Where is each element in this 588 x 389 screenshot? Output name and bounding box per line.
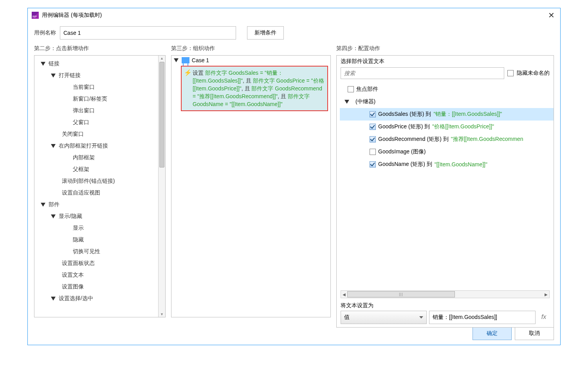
tree-close-window[interactable]: 关闭窗口 xyxy=(36,128,164,140)
focus-widget-row[interactable]: 焦点部件 xyxy=(340,83,554,95)
repeater-row[interactable]: (中继器) xyxy=(340,95,554,108)
widget-row[interactable]: GoodsPrice (矩形) 到"价格[[Item.GoodsPrice]]" xyxy=(340,121,554,133)
ok-button[interactable]: 确定 xyxy=(473,327,512,340)
tree-set-panel[interactable]: 设置面板状态 xyxy=(36,258,164,269)
case-icon xyxy=(182,57,189,63)
chevron-down-icon xyxy=(174,58,179,62)
set-text-label: 将文本设置为 xyxy=(337,301,554,311)
fx-button[interactable]: fx xyxy=(538,311,550,324)
widget-name: GoodsRecommend (矩形) 到 xyxy=(378,136,449,143)
case-row[interactable]: Case 1 xyxy=(171,56,330,65)
widget-row[interactable]: GoodsName (矩形) 到"[[Item.GoodsName]]" xyxy=(340,158,554,171)
widget-expr: "价格[[Item.GoodsPrice]]" xyxy=(432,123,494,130)
add-condition-button[interactable]: 新增条件 xyxy=(247,26,284,40)
case-name-input[interactable] xyxy=(60,26,236,40)
tree-hide[interactable]: 隐藏 xyxy=(36,234,164,246)
tree-toggle-vis[interactable]: 切换可见性 xyxy=(36,246,164,258)
tree-set-select[interactable]: 设置选择/选中 xyxy=(36,293,164,304)
chevron-down-icon xyxy=(51,74,56,77)
tree-show-hide[interactable]: 显示/隐藏 xyxy=(36,211,164,222)
widget-name: GoodsPrice (矩形) 到 xyxy=(378,123,430,130)
tree-links[interactable]: 链接 xyxy=(36,58,164,70)
tree-set-adaptive[interactable]: 设置自适应视图 xyxy=(36,187,164,199)
action-text: 部件文字 GoodsSales = "销量：[[Item.GoodsSales]… xyxy=(193,70,324,107)
tree-scroll-to[interactable]: 滚动到部件(锚点链接) xyxy=(36,175,164,187)
focus-widget-label: 焦点部件 xyxy=(356,86,378,93)
chevron-down-icon xyxy=(51,214,56,218)
action-prefix: 设置 xyxy=(193,70,205,76)
tree-parent-frame[interactable]: 父框架 xyxy=(36,164,164,175)
tree-open-link[interactable]: 打开链接 xyxy=(36,70,164,81)
widget-row[interactable]: GoodsSales (矩形) 到"销量：[[Item.GoodsSales]]… xyxy=(340,108,554,121)
config-title: 选择部件设置文本 xyxy=(337,56,554,67)
case-name-label: 用例名称 xyxy=(34,29,56,36)
tree-widgets[interactable]: 部件 xyxy=(36,199,164,211)
widget-row[interactable]: GoodsImage (图像) xyxy=(340,146,554,158)
tree-show[interactable]: 显示 xyxy=(36,222,164,234)
tree-popup-window[interactable]: 弹出窗口 xyxy=(36,105,164,117)
widget-expr: "[[Item.GoodsName]]" xyxy=(435,161,487,167)
hide-unnamed-checkbox[interactable] xyxy=(507,70,514,76)
chevron-down-icon xyxy=(51,144,56,148)
title-bar: 用例编辑器 (每项加载时) ✕ xyxy=(28,8,560,22)
window-title: 用例编辑器 (每项加载时) xyxy=(42,12,102,19)
step2-header: 第二步：点击新增动作 xyxy=(34,45,166,52)
widget-search-input[interactable] xyxy=(341,67,504,79)
tree-inner-frame[interactable]: 内部框架 xyxy=(36,152,164,164)
widget-expr: "推荐[[Item.GoodsRecommen xyxy=(451,136,523,143)
cancel-button[interactable]: 取消 xyxy=(515,327,554,340)
step3-header: 第三步：组织动作 xyxy=(171,45,331,52)
lightning-icon: ⚡ xyxy=(184,69,192,77)
widget-expr: "销量：[[Item.GoodsSales]]" xyxy=(433,111,502,118)
case-label: Case 1 xyxy=(192,57,209,63)
tree-open-in-frame[interactable]: 在内部框架打开链接 xyxy=(36,140,164,152)
case-editor-dialog: 用例编辑器 (每项加载时) ✕ 用例名称 新增条件 第二步：点击新增动作 链接 … xyxy=(27,8,561,345)
widget-checkbox[interactable] xyxy=(370,111,376,117)
widget-hscroll[interactable]: ◀▶ xyxy=(341,290,550,298)
widget-checkbox[interactable] xyxy=(370,149,376,155)
chevron-down-icon xyxy=(41,62,45,66)
widget-row[interactable]: GoodsRecommend (矩形) 到"推荐[[Item.GoodsReco… xyxy=(340,133,554,146)
action-block[interactable]: ⚡ 设置 部件文字 GoodsSales = "销量：[[Item.GoodsS… xyxy=(181,66,328,111)
chevron-down-icon xyxy=(51,297,56,301)
widget-name: GoodsImage (图像) xyxy=(378,148,426,155)
widget-name: GoodsName (矩形) 到 xyxy=(378,161,432,168)
focus-widget-checkbox[interactable] xyxy=(348,86,354,92)
widget-checkbox[interactable] xyxy=(370,161,376,167)
value-text-input[interactable] xyxy=(429,311,536,324)
close-button[interactable]: ✕ xyxy=(547,11,556,20)
tree-set-text[interactable]: 设置文本 xyxy=(36,269,164,281)
widget-checkbox[interactable] xyxy=(370,124,376,130)
chevron-down-icon xyxy=(345,100,349,104)
repeater-label: (中继器) xyxy=(355,98,375,105)
app-icon xyxy=(32,12,39,19)
chevron-down-icon xyxy=(41,203,45,207)
widget-checkbox[interactable] xyxy=(370,136,376,142)
hide-unnamed-label: 隐藏未命名的 xyxy=(517,70,550,77)
value-type-combo[interactable]: 值 xyxy=(341,311,427,324)
actions-scrollbar[interactable]: ▲ ▼ xyxy=(158,56,165,317)
widget-name: GoodsSales (矩形) 到 xyxy=(378,111,431,118)
step4-header: 第四步：配置动作 xyxy=(336,45,554,52)
tree-parent-window[interactable]: 父窗口 xyxy=(36,117,164,128)
tree-new-window[interactable]: 新窗口/标签页 xyxy=(36,93,164,105)
tree-set-image[interactable]: 设置图像 xyxy=(36,281,164,293)
tree-current-window[interactable]: 当前窗口 xyxy=(36,81,164,93)
